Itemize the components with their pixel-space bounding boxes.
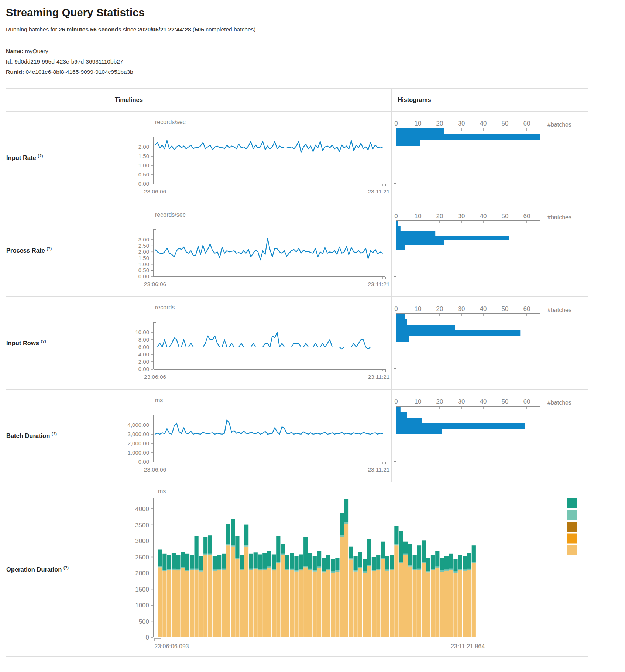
svg-text:3500: 3500: [135, 521, 149, 528]
svg-text:4,000.00: 4,000.00: [128, 422, 149, 428]
svg-text:1.50: 1.50: [138, 255, 149, 261]
svg-text:23:11:21: 23:11:21: [368, 281, 389, 287]
svg-text:40: 40: [480, 120, 487, 127]
svg-text:2500: 2500: [135, 553, 149, 560]
completed-batches-count: 505: [195, 26, 204, 32]
svg-text:20: 20: [436, 305, 443, 312]
svg-text:10: 10: [415, 120, 422, 127]
input-rate-timeline-chart: records/sec2.001.501.000.500.0023:06:062…: [109, 112, 392, 204]
svg-text:records: records: [155, 304, 175, 311]
svg-text:ms: ms: [155, 397, 163, 403]
paren-open: (: [191, 26, 195, 32]
svg-text:6.00: 6.00: [138, 344, 149, 350]
help-icon[interactable]: (?): [47, 246, 52, 251]
metric-label: Batch Duration: [6, 432, 50, 439]
svg-text:2.00: 2.00: [138, 359, 149, 365]
svg-text:60: 60: [523, 120, 530, 127]
svg-text:2,000.00: 2,000.00: [128, 440, 149, 446]
svg-text:20: 20: [436, 398, 443, 405]
svg-text:10: 10: [415, 305, 422, 312]
help-icon[interactable]: (?): [38, 154, 43, 158]
input-rate-label-cell: Input Rate (?): [6, 111, 109, 204]
svg-text:23:06:06: 23:06:06: [144, 466, 166, 473]
table-header-row: Timelines Histograms: [6, 88, 588, 111]
svg-text:23:06:06: 23:06:06: [144, 374, 166, 380]
query-id-row: Id: 9d0dd219-995d-423e-b97d-36931110bb27: [6, 56, 619, 67]
svg-text:50: 50: [502, 120, 509, 127]
svg-text:8.00: 8.00: [138, 336, 149, 343]
svg-text:23:11:21: 23:11:21: [368, 466, 389, 473]
operation-duration-label-cell: Operation Duration (?): [6, 482, 109, 656]
summary-suffix: completed batches): [204, 26, 256, 32]
input-rate-row: Input Rate (?) records/sec2.001.501.000.…: [6, 111, 588, 204]
svg-text:23:06:06: 23:06:06: [144, 281, 166, 287]
svg-text:23:11:21: 23:11:21: [368, 188, 389, 195]
runid-value: 04e101e6-8bf8-4165-9099-9104c951ba3b: [25, 69, 133, 75]
svg-text:40: 40: [480, 213, 487, 220]
svg-text:500: 500: [139, 618, 149, 625]
svg-text:0.00: 0.00: [138, 181, 149, 187]
input-rows-timeline-chart: records10.008.006.004.002.000.0023:06:06…: [109, 297, 392, 389]
svg-text:0.50: 0.50: [138, 267, 149, 273]
svg-text:#batches: #batches: [547, 400, 571, 406]
svg-text:#batches: #batches: [547, 121, 571, 128]
input-rows-label-cell: Input Rows (?): [6, 296, 109, 389]
page-title: Streaming Query Statistics: [6, 7, 619, 19]
help-icon[interactable]: (?): [63, 565, 69, 570]
svg-text:30: 30: [458, 398, 465, 405]
svg-text:50: 50: [502, 213, 509, 220]
help-icon[interactable]: (?): [41, 339, 46, 343]
svg-text:0: 0: [394, 305, 398, 312]
id-label: Id:: [6, 58, 13, 65]
svg-text:1,000.00: 1,000.00: [128, 449, 149, 456]
summary-prefix: Running batches for: [6, 26, 59, 32]
statistics-table: Timelines Histograms Input Rate (?) reco…: [6, 88, 588, 657]
streaming-statistics-page: Streaming Query Statistics Running batch…: [0, 0, 625, 657]
batch-duration-timeline-chart: ms4,000.003,000.002,000.001,000.000.0023…: [109, 390, 392, 482]
help-icon[interactable]: (?): [52, 432, 57, 436]
metric-label: Input Rate: [6, 154, 36, 161]
svg-text:ms: ms: [158, 488, 166, 494]
id-value: 9d0dd219-995d-423e-b97d-36931110bb27: [14, 58, 123, 65]
query-runid-row: RunId: 04e101e6-8bf8-4165-9099-9104c951b…: [6, 67, 619, 77]
timelines-column-header: Timelines: [109, 88, 392, 111]
svg-text:30: 30: [458, 213, 465, 220]
svg-text:0: 0: [394, 213, 398, 220]
svg-text:2.00: 2.00: [138, 144, 149, 150]
svg-text:2.50: 2.50: [138, 242, 149, 248]
legend-swatch-4: [567, 545, 577, 555]
metric-column-header: [6, 88, 109, 111]
svg-text:2.00: 2.00: [138, 248, 149, 255]
svg-text:1500: 1500: [135, 586, 149, 593]
svg-text:10.00: 10.00: [135, 329, 149, 335]
name-label: Name:: [6, 48, 23, 54]
legend-swatch-3: [567, 533, 577, 543]
svg-text:0.00: 0.00: [138, 273, 149, 280]
svg-text:3.00: 3.00: [138, 236, 149, 243]
input-rows-row: Input Rows (?) records10.008.006.004.002…: [6, 296, 588, 389]
svg-text:20: 20: [436, 213, 443, 220]
svg-text:60: 60: [523, 398, 530, 405]
svg-text:30: 30: [458, 305, 465, 312]
svg-text:0.50: 0.50: [138, 171, 149, 178]
runid-label: RunId:: [6, 69, 24, 75]
svg-text:10: 10: [415, 398, 422, 405]
svg-text:3000: 3000: [135, 538, 149, 545]
summary-mid: since: [121, 26, 138, 32]
svg-text:40: 40: [480, 398, 487, 405]
process-rate-label-cell: Process Rate (?): [6, 204, 109, 296]
svg-text:records/sec: records/sec: [155, 212, 186, 218]
svg-text:23:06:06: 23:06:06: [144, 188, 166, 195]
query-metadata: Name: myQuery Id: 9d0dd219-995d-423e-b97…: [6, 46, 619, 77]
input-rate-histogram-chart: 0102030405060#batches: [392, 112, 588, 204]
start-timestamp: 2020/05/21 22:44:28: [138, 26, 191, 32]
svg-text:50: 50: [502, 398, 509, 405]
svg-text:23:11:21.864: 23:11:21.864: [451, 643, 485, 649]
svg-text:3,000.00: 3,000.00: [128, 431, 149, 437]
running-duration: 26 minutes 56 seconds: [59, 26, 121, 32]
svg-text:1.00: 1.00: [138, 162, 149, 168]
svg-text:1000: 1000: [135, 602, 149, 609]
batch-duration-row: Batch Duration (?) ms4,000.003,000.002,0…: [6, 389, 588, 482]
query-name-row: Name: myQuery: [6, 46, 619, 56]
svg-text:0: 0: [394, 398, 398, 405]
